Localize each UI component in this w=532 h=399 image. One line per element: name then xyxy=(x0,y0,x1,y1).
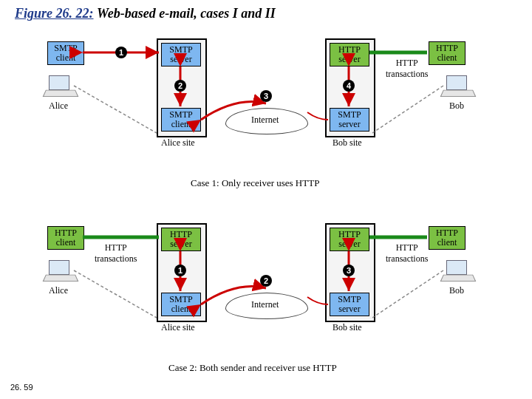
step-1: 1 xyxy=(115,47,127,58)
http-tx-label: HTTP transactions xyxy=(386,58,428,80)
alice-http-server: HTTP server xyxy=(161,228,201,251)
step-1: 1 xyxy=(174,265,186,276)
case2-caption: Case 2: Both sender and receiver use HTT… xyxy=(168,362,337,374)
case1-caption: Case 1: Only receiver uses HTTP xyxy=(191,177,319,189)
bob-smtp-server: SMTP server xyxy=(330,108,369,132)
case2-diagram: Alice HTTP client HTTP transactions HTTP… xyxy=(44,222,473,355)
step-3: 3 xyxy=(260,90,272,102)
t: HTTP server xyxy=(330,45,369,64)
bob-site-label: Bob site xyxy=(332,137,362,149)
step-3: 3 xyxy=(343,265,355,276)
bob-laptop-icon xyxy=(442,75,473,98)
step-2: 2 xyxy=(260,275,272,287)
alice-laptop-icon xyxy=(44,75,75,98)
page-number: 26. 59 xyxy=(10,383,33,392)
t: HTTP client xyxy=(429,228,465,248)
alice-site-label: Alice site xyxy=(161,322,195,333)
t: HTTP server xyxy=(162,230,200,249)
svg-line-4 xyxy=(74,86,157,133)
internet-label: Internet xyxy=(251,115,279,126)
figure-number: Figure 26. 22: xyxy=(15,6,94,21)
t: HTTP client xyxy=(48,228,83,248)
alice-label: Alice xyxy=(49,100,68,112)
alice-smtp-client: SMTP client xyxy=(161,108,201,132)
bob-label: Bob xyxy=(449,285,464,296)
t: SMTP server xyxy=(330,110,369,129)
bob-smtp-server: SMTP server xyxy=(330,293,369,316)
t: SMTP client xyxy=(162,295,200,314)
t: HTTP client xyxy=(429,44,465,63)
alice-smtp-client: SMTP client xyxy=(161,293,201,316)
svg-line-10 xyxy=(74,270,157,318)
alice-smtp-server: SMTP server xyxy=(161,43,201,66)
bob-http-server: HTTP server xyxy=(330,228,369,251)
case1-diagram: Alice SMTP client SMTP server SMTP clien… xyxy=(44,37,473,170)
case1-connections xyxy=(44,37,473,155)
alice-laptop-icon xyxy=(44,260,75,282)
bob-http-server: HTTP server xyxy=(330,43,369,66)
bob-laptop-icon xyxy=(442,260,473,282)
svg-line-11 xyxy=(372,270,443,318)
alice-site-label: Alice site xyxy=(161,137,195,149)
bob-site-label: Bob site xyxy=(332,322,362,333)
bob-client-box: HTTP client xyxy=(429,226,466,250)
step-4: 4 xyxy=(343,80,355,92)
bob-client-box: HTTP client xyxy=(429,41,466,65)
alice-client-box: SMTP client xyxy=(47,41,84,65)
alice-label: Alice xyxy=(49,285,68,296)
http-tx-left: HTTP transactions xyxy=(95,242,137,265)
internet-label: Internet xyxy=(251,299,279,310)
alice-client-box: HTTP client xyxy=(47,226,84,250)
t: HTTP server xyxy=(330,230,369,249)
bob-label: Bob xyxy=(449,100,464,112)
svg-line-5 xyxy=(372,86,443,133)
t: SMTP server xyxy=(330,295,369,314)
t: SMTP server xyxy=(162,45,200,64)
figure-title: Figure 26. 22: Web-based e-mail, cases I… xyxy=(15,6,276,21)
alice-client-text: SMTP client xyxy=(48,44,83,63)
http-tx-right: HTTP transactions xyxy=(386,242,428,265)
figure-caption: Web-based e-mail, cases I and II xyxy=(97,6,276,21)
t: SMTP client xyxy=(162,110,200,129)
step-2: 2 xyxy=(174,80,186,92)
case2-connections xyxy=(44,222,473,340)
